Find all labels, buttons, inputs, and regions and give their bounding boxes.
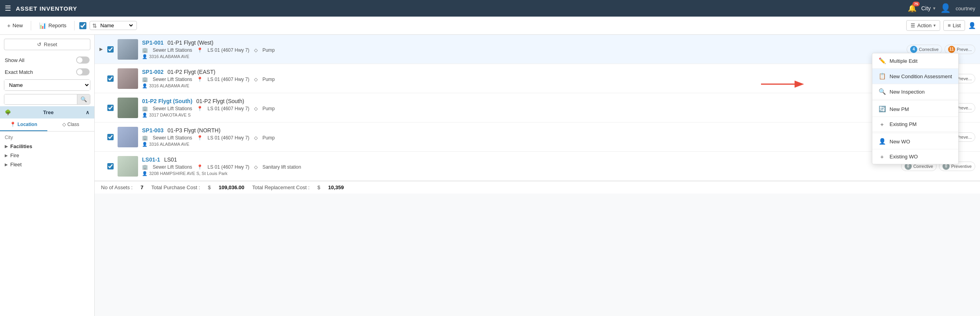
hamburger-icon[interactable]: ☰ <box>5 4 11 13</box>
exact-match-toggle[interactable] <box>76 68 90 75</box>
city-tree-label: City <box>5 135 90 140</box>
asset-name: 01-P3 Flygt (NORTH) <box>167 127 220 134</box>
plus-icon: + <box>7 22 11 29</box>
asset-id-name: SP1-001 01-P1 Flygt (West) <box>142 40 885 46</box>
dropdown-separator-2 <box>872 133 958 133</box>
table-row: SP1-002 01-P2 Flygt (EAST) 🏢 Sewer Lift … <box>95 64 980 93</box>
tree-section[interactable]: 🌳 Tree ∧ <box>0 106 94 118</box>
name-select-wrap: Name ID Description <box>4 79 90 91</box>
asset-category: Sewer Lift Stations <box>153 106 192 111</box>
asset-thumbnail <box>118 127 138 147</box>
asset-category: Sewer Lift Stations <box>153 135 192 141</box>
row-checkbox[interactable] <box>107 75 114 82</box>
asset-name: 01-P1 Flygt (West) <box>167 40 213 46</box>
reset-button[interactable]: ↺ Reset <box>4 39 90 50</box>
toolbar-right: ☰ Action ▾ ≡ List 👤 <box>906 20 976 31</box>
row-checkbox[interactable] <box>107 105 114 111</box>
table-row: ▶ SP1-001 01-P1 Flygt (West) 🏢 Sewer Lif… <box>95 35 980 64</box>
reports-button[interactable]: 📊 Reports <box>36 21 70 31</box>
show-all-toggle[interactable] <box>76 56 90 64</box>
select-all-checkbox[interactable] <box>79 22 86 29</box>
location-icon-meta: 📍 <box>197 135 203 141</box>
row-checkbox[interactable] <box>107 163 114 169</box>
address-text: 3316 ALABAMA AVE <box>149 54 189 59</box>
asset-id: SP1-002 <box>142 69 163 75</box>
row-checkbox[interactable] <box>107 46 114 53</box>
main-layout: ↺ Reset Show All Exact Match Name ID Des… <box>0 35 980 316</box>
sort-wrapper: ⇅ Name ID Status Date <box>90 21 137 30</box>
location-icon-meta: 📍 <box>197 106 203 111</box>
tab-location[interactable]: 📍 Location <box>0 118 47 131</box>
preventive-label: Preventive <box>951 164 972 169</box>
address-icon: 👤 <box>142 83 148 88</box>
tree-item-facilities[interactable]: ▶ Facilities <box>5 142 90 151</box>
expand-arrow-icon[interactable]: ▶ <box>99 47 103 52</box>
row-checkbox[interactable] <box>107 134 114 140</box>
notifications-bell[interactable]: 🔔 75 <box>908 4 916 13</box>
type-icon: ◇ <box>254 77 258 82</box>
asset-location: LS 01 (4607 Hwy 7) <box>208 164 249 170</box>
existing-pm-label: Existing PM <box>890 121 917 127</box>
location-icon-meta: 📍 <box>197 47 203 53</box>
new-pm-label: New PM <box>890 106 909 112</box>
toolbar: + New 📊 Reports ⇅ Name ID Status Date ☰ … <box>0 17 980 35</box>
toolbar-separator-1 <box>31 21 31 30</box>
dropdown-item-existing-wo[interactable]: + Existing WO <box>872 149 958 164</box>
name-select[interactable]: Name ID Description <box>4 80 90 90</box>
corrective-badge: 4 Corrective <box>907 45 942 54</box>
user-name: courtney <box>956 6 975 11</box>
type-icon: ◇ <box>254 135 258 141</box>
dropdown-item-multiple-edit[interactable]: ✏️ Multiple Edit <box>872 53 958 69</box>
new-button[interactable]: + New <box>4 21 26 30</box>
asset-category: Sewer Lift Stations <box>153 164 192 170</box>
asset-info: LS01-1 LS01 🏢 Sewer Lift Stations 📍 LS 0… <box>142 156 885 176</box>
new-inspection-label: New Inspection <box>890 89 925 95</box>
address-text: 3316 ALABAMA AVE <box>149 142 189 147</box>
tree-item-fleet[interactable]: ▶ Fleet <box>5 160 90 169</box>
app-title: ASSET INVENTORY <box>16 5 903 12</box>
action-button[interactable]: ☰ Action ▾ <box>906 20 940 31</box>
asset-badges: 4 Corrective 11 Preve... <box>907 45 975 54</box>
list-button[interactable]: ≡ List <box>943 20 965 31</box>
asset-category: Sewer Lift Stations <box>153 47 192 53</box>
fleet-arrow-icon: ▶ <box>5 162 8 167</box>
asset-info: SP1-001 01-P1 Flygt (West) 🏢 Sewer Lift … <box>142 40 885 59</box>
sidebar: ↺ Reset Show All Exact Match Name ID Des… <box>0 35 95 316</box>
dropdown-item-new-inspection[interactable]: 🔍 New Inspection <box>872 84 958 100</box>
asset-id: SP1-003 <box>142 127 163 134</box>
dropdown-item-new-condition[interactable]: 📋 New Condition Assessment <box>872 69 958 84</box>
preventive-badge: 11 Preve... <box>944 45 975 54</box>
city-selector[interactable]: City ▾ <box>921 5 935 11</box>
asset-address: 👤 3316 ALABAMA AVE <box>142 54 885 59</box>
existing-wo-label: Existing WO <box>890 154 918 160</box>
dropdown-separator <box>872 100 958 101</box>
corrective-count: 4 <box>910 46 917 53</box>
user-small-icon: 👤 <box>968 22 976 29</box>
asset-id: SP1-001 <box>142 40 163 46</box>
tree-item-fire[interactable]: ▶ Fire <box>5 151 90 160</box>
total-purchase-cost-label: Total Purchase Cost : <box>151 184 200 190</box>
existing-wo-icon: + <box>879 153 886 160</box>
asset-address: 👤 3208 HAMPSHIRE AVE S, St Louis Park <box>142 171 885 176</box>
dropdown-item-new-pm[interactable]: 🔄 New PM <box>872 102 958 117</box>
reports-label: Reports <box>49 23 67 28</box>
tree-icon: 🌳 <box>5 109 11 115</box>
corrective-label: Corrective <box>919 47 939 52</box>
tab-class[interactable]: ◇ Class <box>47 118 95 131</box>
currency-symbol-2: $ <box>318 184 320 190</box>
asset-type: Pump <box>262 135 275 141</box>
sort-select[interactable]: Name ID Status Date <box>99 22 134 29</box>
dropdown-item-existing-pm[interactable]: + Existing PM <box>872 117 958 132</box>
asset-id-name: LS01-1 LS01 <box>142 156 885 163</box>
search-button[interactable]: 🔍 <box>77 94 90 104</box>
user-avatar-icon[interactable]: 👤 <box>940 3 951 13</box>
asset-id-name: SP1-002 01-P2 Flygt (EAST) <box>142 69 885 75</box>
asset-type: Sanitary lift station <box>262 164 301 170</box>
existing-pm-icon: + <box>879 121 886 128</box>
asset-id-name: 01-P2 Flygt (South) 01-P2 Flygt (South) <box>142 98 885 104</box>
dropdown-item-new-wo[interactable]: 👤 New WO <box>872 134 958 149</box>
sort-icon: ⇅ <box>92 23 97 29</box>
search-input[interactable] <box>4 94 77 104</box>
reset-icon: ↺ <box>37 41 41 47</box>
class-icon: ◇ <box>62 122 66 127</box>
